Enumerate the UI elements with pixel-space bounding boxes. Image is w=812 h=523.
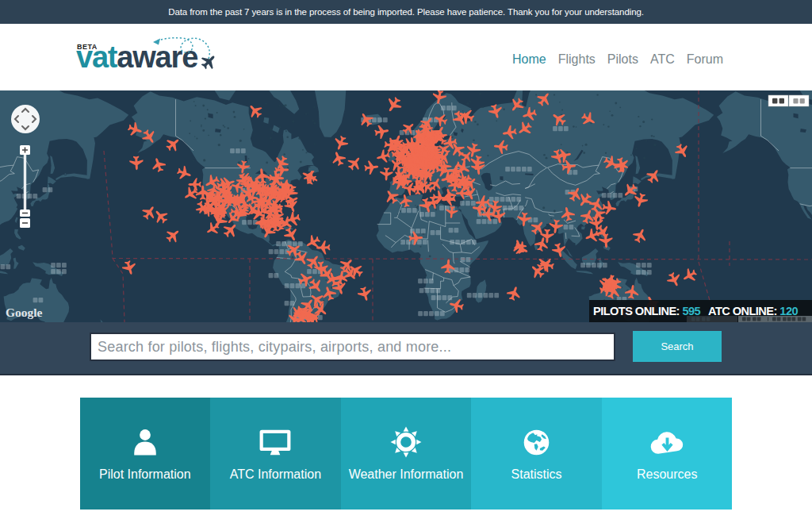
svg-text:PILOTS ONLINE: 595 ATC ONLIN: PILOTS ONLINE: 595 ATC ONLINE: 120 xyxy=(593,304,798,317)
svg-text:Google: Google xyxy=(6,306,43,319)
